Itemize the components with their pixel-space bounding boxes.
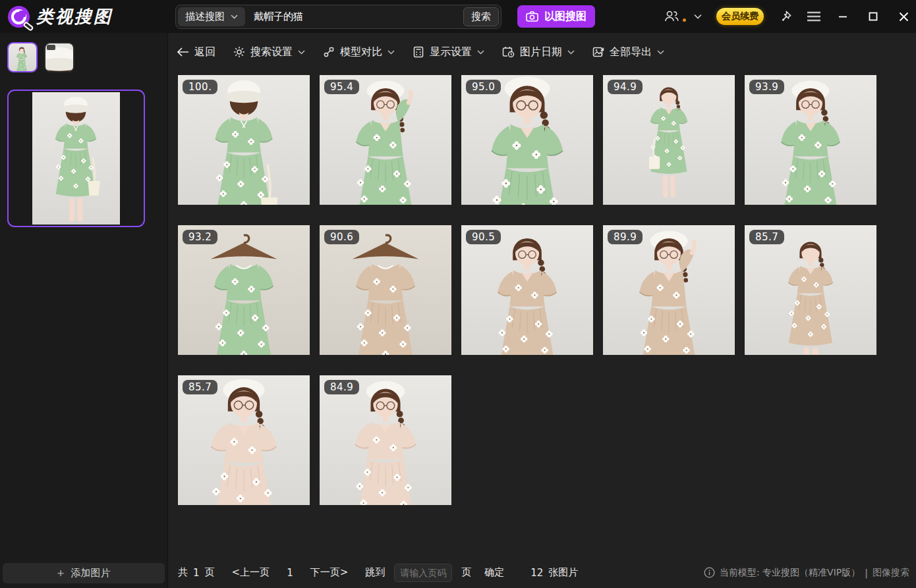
plus-icon: + [57,567,64,579]
result-photo [603,225,735,355]
chevron-down-icon [298,50,305,55]
chevron-down-icon [567,50,575,55]
result-photo [745,75,876,205]
close-button[interactable] [895,8,912,25]
add-image-button[interactable]: + 添加图片 [3,563,165,583]
result-photo [320,375,451,505]
toolbar-item-label: 显示设置 [430,45,472,59]
search-mode-label: 描述搜图 [185,11,225,23]
toolbar-item-label: 模型对比 [340,45,382,59]
result-tile[interactable]: 85.7 [178,375,310,505]
chevron-down-icon [231,14,238,19]
toolbar-item-display-settings[interactable]: 显示设置 [413,45,484,59]
minimize-icon [838,12,847,21]
result-tile[interactable]: 84.9 [320,375,451,505]
gear-icon [233,46,245,58]
score-badge: 90.5 [466,230,501,244]
total-label: 共 [178,566,188,579]
close-icon [899,12,909,22]
app-window: 类视搜图 描述搜图 搜索 以图搜图 [0,0,916,588]
back-label: 返回 [194,45,215,59]
prev-page-button[interactable]: <上一页 [232,566,270,579]
result-tile[interactable]: 89.9 [603,225,735,355]
result-tile[interactable]: 90.5 [461,225,593,355]
current-page[interactable]: 1 [287,567,293,579]
sidebar: + 添加图片 [0,33,168,588]
status-separator: | [865,568,868,578]
score-badge: 95.4 [324,80,359,94]
page-number-input[interactable] [394,564,452,582]
score-badge: 94.9 [608,80,643,94]
score-badge: 89.9 [608,230,643,244]
search-bar: 描述搜图 搜索 [175,5,501,29]
result-tile[interactable]: 100. [178,75,310,205]
result-tile[interactable]: 93.2 [178,225,310,355]
results-grid: 100. [178,75,886,505]
search-mode-dropdown[interactable]: 描述搜图 [178,7,245,26]
topbar-right-cluster: 会员续费 [663,8,912,25]
display-grid-icon [413,46,424,58]
toolbar-item-model-compare[interactable]: 模型对比 [323,45,395,59]
camera-icon [526,11,538,22]
vip-renew-button[interactable]: 会员续费 [716,8,764,25]
score-badge: 93.2 [183,230,217,244]
account-area[interactable] [663,9,686,24]
app-title: 类视搜图 [36,5,113,28]
search-mode-status[interactable]: 图像搜索 [873,567,909,579]
toolbar-item-label: 搜索设置 [250,45,293,59]
menu-button[interactable] [807,11,821,22]
pin-button[interactable] [778,10,792,24]
toolbar-item-image-date[interactable]: 图片日期 [502,45,575,59]
toolbar-item-search-settings[interactable]: 搜索设置 [233,45,305,59]
result-tile[interactable]: 95.0 [461,75,593,205]
result-tile[interactable]: 93.9 [745,75,876,205]
score-badge: 90.6 [324,230,359,244]
query-thumbnail-1[interactable] [7,42,38,72]
search-input[interactable] [245,7,463,26]
minimize-button[interactable] [834,8,851,25]
calendar-clock-icon [502,46,515,58]
result-tile[interactable]: 90.6 [320,225,451,355]
result-photo [461,75,593,205]
next-page-button[interactable]: 下一页> [310,566,349,579]
status-bar: 当前模型: 专业搜图（精准VIP版） | 图像搜索 [704,557,909,588]
result-tile[interactable]: 85.7 [745,225,876,355]
confirm-button[interactable]: 确定 [484,566,504,579]
chevron-down-icon [387,50,395,55]
score-badge: 84.9 [324,380,359,394]
result-photo [745,225,876,355]
score-badge: 85.7 [183,380,217,394]
query-thumbnail-2[interactable] [44,42,74,72]
query-image-preview[interactable] [7,90,145,227]
search-button[interactable]: 搜索 [463,7,499,26]
current-model-label: 当前模型: 专业搜图（精准VIP版） [720,567,860,579]
score-badge: 95.0 [466,80,501,94]
notification-dot [683,18,686,22]
back-button[interactable]: 返回 [177,45,215,59]
account-chevron-down-icon[interactable] [694,14,702,19]
image-count-unit: 张图片 [548,566,578,579]
query-thumbnails [0,33,167,72]
info-icon [704,567,715,578]
toolbar-item-export-all[interactable]: 全部导出 [592,45,664,59]
jump-unit: 页 [461,566,471,579]
image-search-button[interactable]: 以图搜图 [517,5,595,28]
result-photo [461,225,593,355]
pin-icon [778,10,792,24]
result-photo [320,75,451,205]
result-tile[interactable]: 95.4 [320,75,451,205]
maximize-button[interactable] [865,8,882,25]
result-photo [320,225,451,355]
total-pages: 1 [193,567,200,579]
result-tile[interactable]: 94.9 [603,75,735,205]
chevron-down-icon [657,50,664,55]
result-photo [178,375,310,505]
hamburger-icon [807,11,821,22]
result-photo [178,225,310,355]
pagination-bar: 共 1 页 <上一页 1 下一页> 跳到 页 确定 12 张图片 [178,557,587,588]
result-photo [178,75,310,205]
logo-magnifier-icon [8,6,30,28]
score-badge: 85.7 [749,230,784,244]
format-badge [47,45,55,50]
back-arrow-icon [177,47,189,57]
